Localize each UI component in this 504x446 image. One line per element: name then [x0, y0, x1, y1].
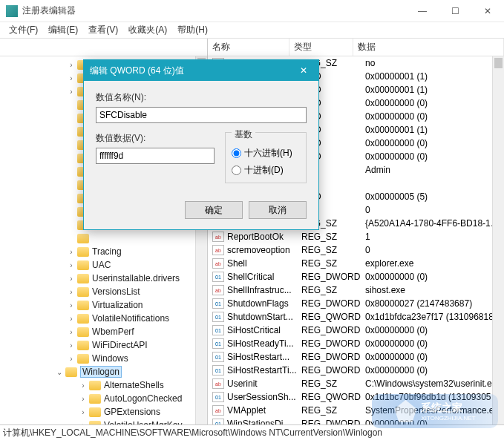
expander-icon[interactable]: ›	[67, 301, 76, 309]
tree-item-label: Tracing	[92, 246, 122, 257]
expander-icon[interactable]: ⌄	[55, 368, 64, 376]
value-row[interactable]: ShellInfrastruc...REG_SZsihost.exe	[208, 283, 504, 297]
tree-item[interactable]	[0, 232, 207, 245]
tree-item-label: WbemPerf	[92, 327, 134, 337]
menu-file[interactable]: 文件(F)	[4, 22, 42, 38]
tree-item[interactable]: ›AutoLogonChecked	[0, 392, 207, 405]
value-data: 0x00000000 (0)	[365, 151, 504, 162]
expander-icon[interactable]: ›	[79, 395, 88, 403]
tree-item[interactable]: ›Tracing	[0, 245, 207, 258]
value-name: ShutdownStart...	[227, 312, 301, 322]
string-value-icon	[212, 285, 224, 295]
expander-icon[interactable]: ›	[67, 328, 76, 336]
expander-icon[interactable]: ›	[67, 275, 76, 283]
tree-item-label: Virtualization	[92, 300, 143, 310]
expander-icon[interactable]: ›	[67, 355, 76, 363]
menu-edit[interactable]: 编辑(E)	[44, 22, 82, 38]
dialog-titlebar[interactable]: 编辑 QWORD (64 位)值 ✕	[84, 60, 318, 81]
expander-icon[interactable]: ›	[79, 408, 88, 416]
radix-dec-radio[interactable]	[232, 165, 241, 175]
list-scrollbar[interactable]	[492, 56, 504, 424]
menu-help[interactable]: 帮助(H)	[173, 22, 212, 38]
value-row[interactable]: ShellREG_SZexplorer.exe	[208, 257, 504, 270]
value-data: 1	[365, 232, 504, 242]
expander-icon[interactable]: ›	[67, 61, 76, 69]
value-data: no	[365, 58, 504, 68]
tree-item-label: AlternateShells	[104, 380, 164, 390]
value-row[interactable]: VMAppletREG_SZSystemPropertiesPerformanc…	[208, 404, 504, 417]
value-name: ShutdownFlags	[227, 298, 301, 309]
value-data: 0x00000001 (1)	[365, 85, 504, 95]
expander-icon[interactable]: ›	[67, 261, 76, 269]
value-row[interactable]: scremoveoptionREG_SZ0	[208, 243, 504, 257]
value-row[interactable]: SiHostRestart...REG_DWORD0x00000000 (0)	[208, 350, 504, 364]
expander-icon[interactable]: ›	[67, 341, 76, 350]
expander-icon[interactable]: ›	[79, 381, 88, 390]
ok-button[interactable]: 确定	[185, 201, 243, 219]
value-row[interactable]: SiHostReadyTi...REG_DWORD0x00000000 (0)	[208, 337, 504, 350]
value-row[interactable]: SiHostCriticalREG_DWORD0x00000000 (0)	[208, 324, 504, 337]
cancel-button[interactable]: 取消	[249, 201, 307, 219]
value-data-input[interactable]	[96, 148, 215, 164]
value-row[interactable]: SiHostRestartTi...REG_DWORD0x00000000 (0…	[208, 364, 504, 377]
value-data: 0x00000000 (0)	[365, 419, 504, 424]
expander-icon[interactable]: ›	[79, 422, 88, 425]
tree-item[interactable]: ›WiFiDirectAPI	[0, 338, 207, 352]
radix-fieldset: 基数 十六进制(H) 十进制(D)	[225, 132, 307, 183]
expander-icon[interactable]: ›	[67, 288, 76, 296]
menu-favorites[interactable]: 收藏夹(A)	[124, 22, 171, 38]
folder-icon	[77, 354, 89, 364]
tree-item[interactable]: ›Userinstallable.drivers	[0, 272, 207, 285]
close-button[interactable]: ✕	[471, 0, 504, 22]
tree-item[interactable]: ›VolatileUserMgrKey	[0, 419, 207, 424]
radix-hex-radio[interactable]	[232, 148, 241, 158]
value-row[interactable]: ShellCriticalREG_DWORD0x00000000 (0)	[208, 270, 504, 283]
folder-icon	[77, 314, 89, 324]
value-row[interactable]: UserSessionSh...REG_QWORD0x1d1bc70bf96db…	[208, 390, 504, 404]
expander-icon[interactable]: ›	[67, 88, 76, 96]
expander-icon[interactable]: ›	[67, 74, 76, 82]
minimize-button[interactable]: —	[406, 0, 439, 22]
value-type: REG_QWORD	[301, 312, 365, 322]
value-row[interactable]: UserinitREG_SZC:\Windows\system32\userin…	[208, 377, 504, 390]
statusbar-path: 计算机\HKEY_LOCAL_MACHINE\SOFTWARE\Microsof…	[3, 427, 382, 439]
value-name: Userinit	[227, 378, 301, 389]
binary-value-icon	[212, 338, 224, 349]
col-name[interactable]: 名称	[208, 39, 289, 56]
dialog-title: 编辑 QWORD (64 位)值	[90, 65, 184, 77]
tree-item[interactable]: ›UAC	[0, 258, 207, 272]
dialog-close-button[interactable]: ✕	[289, 65, 318, 76]
expander-icon[interactable]: ›	[67, 248, 76, 256]
tree-item[interactable]: ›Windows	[0, 352, 207, 365]
value-row[interactable]: ShutdownStart...REG_QWORD0x1d1bfdca23e7f…	[208, 310, 504, 324]
value-row[interactable]: ReportBootOkREG_SZ1	[208, 230, 504, 243]
tree-item-label: VolatileNotifications	[92, 313, 169, 324]
radix-legend: 基数	[232, 128, 255, 141]
value-name-input[interactable]	[96, 107, 307, 123]
value-name: SiHostRestart...	[227, 352, 301, 362]
tree-item[interactable]: ›WbemPerf	[0, 325, 207, 338]
statusbar: 计算机\HKEY_LOCAL_MACHINE\SOFTWARE\Microsof…	[0, 424, 504, 441]
value-name: SiHostCritical	[227, 325, 301, 335]
value-data: 0x00000000 (0)	[365, 111, 504, 122]
string-value-icon	[212, 245, 224, 255]
tree-item-label: GPExtensions	[104, 407, 160, 417]
tree-item[interactable]: ⌄Winlogon	[0, 365, 207, 378]
tree-item[interactable]: ›AlternateShells	[0, 378, 207, 392]
col-type[interactable]: 类型	[289, 39, 353, 56]
tree-item[interactable]: ›GPExtensions	[0, 405, 207, 419]
value-type: REG_QWORD	[301, 392, 365, 402]
value-type: REG_SZ	[301, 258, 365, 269]
tree-item[interactable]: ›VolatileNotifications	[0, 312, 207, 325]
tree-item[interactable]: ›VersionsList	[0, 285, 207, 298]
menu-view[interactable]: 查看(V)	[84, 22, 122, 38]
expander-icon[interactable]: ›	[67, 315, 76, 323]
tree-item[interactable]: ›Virtualization	[0, 298, 207, 312]
binary-value-icon	[212, 352, 224, 362]
maximize-button[interactable]: ☐	[439, 0, 471, 22]
col-data[interactable]: 数据	[353, 39, 504, 56]
value-data: 0x00000000 (0)	[365, 365, 504, 376]
value-row[interactable]: ShutdownFlagsREG_DWORD0x80000027 (214748…	[208, 297, 504, 310]
value-row[interactable]: WinStationsDi...REG_DWORD0x00000000 (0)	[208, 417, 504, 424]
value-name: SiHostRestartTi...	[227, 365, 301, 376]
